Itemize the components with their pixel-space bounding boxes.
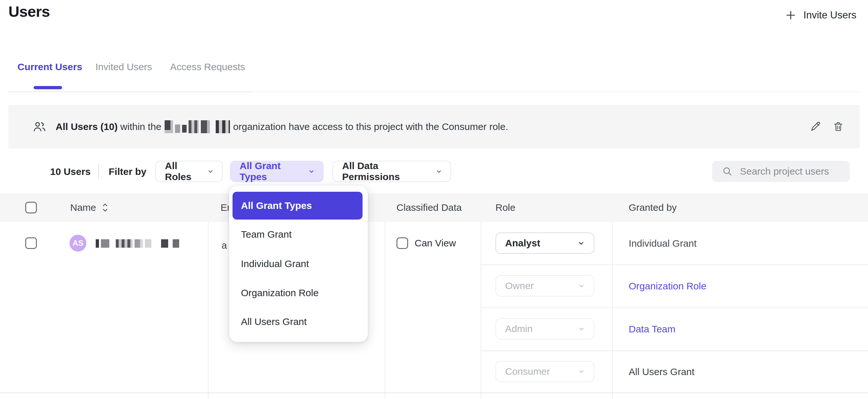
chevron-down-icon (578, 368, 585, 375)
chevron-down-icon (578, 325, 585, 333)
search-project-users[interactable] (712, 161, 850, 182)
redacted-org-name (165, 120, 230, 133)
chevron-down-icon (308, 167, 315, 175)
role-select-admin: Admin (495, 318, 594, 339)
user-email-partial: a (221, 240, 227, 251)
column-header-granted-by-label: Granted by (629, 202, 677, 213)
can-view-checkbox[interactable] (397, 237, 408, 249)
filter-all-grant-types-label: All Grant Types (240, 160, 302, 182)
filter-all-data-permissions[interactable]: All Data Permissions (333, 161, 451, 182)
role-select-admin-label: Admin (505, 323, 533, 334)
filter-all-roles-label: All Roles (165, 160, 202, 182)
active-tab-indicator (34, 86, 62, 89)
delete-grant-button[interactable] (832, 121, 844, 133)
sort-icon[interactable] (102, 203, 108, 212)
filter-all-roles[interactable]: All Roles (155, 161, 223, 182)
column-header-name[interactable]: Name (70, 193, 108, 222)
tab-invited-users[interactable]: Invited Users (95, 61, 152, 72)
invite-users-button[interactable]: Invite Users (784, 9, 856, 21)
chevron-down-icon (577, 239, 585, 247)
granted-by-organization-role-link[interactable]: Organization Role (629, 281, 706, 291)
page-title: Users (8, 3, 50, 20)
subrow-divider (480, 350, 868, 351)
tab-current-users[interactable]: Current Users (18, 61, 82, 72)
chevron-down-icon (435, 167, 443, 175)
role-select-owner: Owner (495, 275, 594, 297)
column-header-role[interactable]: Role (495, 193, 516, 222)
banner-text-after: organization have access to this project… (233, 121, 508, 132)
filter-by-label: Filter by (108, 166, 147, 177)
column-header-name-label: Name (70, 202, 96, 213)
grant-types-dropdown: All Grant Types Team Grant Individual Gr… (229, 185, 368, 342)
role-select-analyst[interactable]: Analyst (495, 233, 594, 254)
table-header: Name Email Classified Data Role Granted … (0, 193, 868, 222)
subrow-divider (480, 265, 868, 265)
tabs-divider-light (252, 92, 860, 92)
banner-text: All Users (10) within theorganization ha… (56, 120, 508, 133)
all-users-banner: All Users (10) within theorganization ha… (8, 105, 860, 148)
column-divider (384, 222, 385, 399)
chevron-down-icon (207, 167, 214, 175)
column-divider (480, 222, 481, 399)
chevron-down-icon (578, 282, 585, 290)
role-select-consumer: Consumer (495, 361, 594, 382)
users-page: Users Invite Users Current Users Invited… (0, 0, 868, 399)
row-select-checkbox[interactable] (25, 237, 37, 249)
row-divider (0, 393, 868, 393)
redacted-user-name (96, 239, 179, 248)
granted-by-data-team-link[interactable]: Data Team (629, 324, 676, 335)
people-icon (32, 120, 46, 133)
invite-users-label: Invite Users (803, 9, 856, 21)
pencil-icon (809, 121, 822, 133)
subrow-divider (480, 307, 868, 308)
dropdown-item-individual-grant[interactable]: Individual Grant (241, 258, 309, 269)
plus-icon (784, 9, 797, 21)
search-icon (722, 166, 733, 177)
can-view-label: Can View (414, 238, 456, 249)
select-all-checkbox[interactable] (25, 202, 37, 213)
trash-icon (832, 121, 844, 133)
avatar-initials: AS (72, 239, 83, 248)
dropdown-item-organization-role[interactable]: Organization Role (241, 287, 318, 299)
user-count: 10 Users (50, 166, 91, 177)
tab-access-requests[interactable]: Access Requests (170, 61, 245, 72)
role-select-owner-label: Owner (505, 280, 534, 291)
banner-actions (809, 105, 844, 148)
column-divider (612, 222, 613, 399)
avatar: AS (69, 235, 86, 251)
column-header-classified-data[interactable]: Classified Data (397, 193, 462, 222)
banner-bold-text: All Users (10) (56, 121, 118, 132)
dropdown-item-all-users-grant[interactable]: All Users Grant (241, 316, 307, 327)
search-input[interactable] (740, 166, 843, 177)
banner-text-before: within the (118, 121, 161, 132)
granted-by-individual-grant: Individual Grant (629, 238, 696, 249)
filter-divider (98, 164, 99, 179)
column-header-classified-label: Classified Data (397, 202, 462, 213)
row-select-checkbox-wrap (25, 237, 37, 249)
role-select-consumer-label: Consumer (505, 366, 550, 377)
column-divider (208, 222, 209, 399)
edit-grant-button[interactable] (809, 121, 822, 133)
filter-all-data-permissions-label: All Data Permissions (342, 160, 430, 182)
dropdown-item-team-grant[interactable]: Team Grant (241, 229, 292, 240)
granted-by-all-users-grant: All Users Grant (629, 366, 694, 377)
filter-all-grant-types[interactable]: All Grant Types (230, 161, 324, 182)
column-header-granted-by[interactable]: Granted by (629, 193, 677, 222)
column-header-role-label: Role (495, 202, 516, 213)
dropdown-item-all-grant-types[interactable]: All Grant Types (232, 192, 363, 219)
classified-data-cell: Can View (397, 237, 456, 249)
tabs-divider (8, 92, 252, 92)
role-select-analyst-label: Analyst (505, 238, 540, 249)
